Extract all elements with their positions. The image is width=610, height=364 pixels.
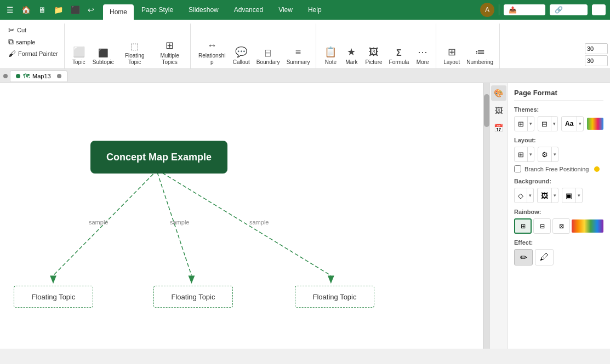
relationship-icon: ↔ bbox=[207, 40, 217, 51]
rainbow-btn-1[interactable]: ⊟ bbox=[533, 218, 551, 234]
panel-tab-calendar[interactable]: 📅 bbox=[491, 120, 506, 136]
formula-button[interactable]: Σ Formula bbox=[386, 47, 412, 67]
themes-grid-icon-2: ⊟ bbox=[538, 117, 551, 131]
publish-button[interactable]: 📤 Publish bbox=[504, 4, 545, 15]
bg-fill-btn[interactable]: ◇ ▾ bbox=[514, 188, 534, 203]
topic-icon: ⬜ bbox=[73, 46, 85, 58]
boundary-icon: ⌸ bbox=[265, 48, 271, 58]
relationship-button[interactable]: ↔ Relationship bbox=[195, 38, 229, 67]
callout-button[interactable]: 💬 Callout bbox=[230, 44, 253, 67]
layout-arrow-1: ▾ bbox=[528, 147, 534, 161]
font-size-input-2[interactable] bbox=[585, 55, 608, 66]
map-icon: 🗺 bbox=[23, 72, 30, 80]
share-icon: 🔗 bbox=[555, 6, 563, 14]
panel-tab-format[interactable]: 🎨 bbox=[491, 85, 506, 101]
format-painter-icon: 🖌 bbox=[8, 49, 16, 58]
floating-topic-3[interactable]: Floating Topic bbox=[295, 286, 374, 308]
doc-close-dot bbox=[57, 74, 61, 78]
layout-btn-2[interactable]: ⚙ ▾ bbox=[538, 147, 558, 162]
themes-font-icon: Aa bbox=[562, 117, 577, 131]
themes-grid-arrow-1: ▾ bbox=[528, 117, 534, 131]
effect-row: ✏ 🖊 bbox=[514, 249, 603, 265]
branch-free-positioning-checkbox[interactable] bbox=[514, 165, 521, 172]
folder-icon[interactable]: 📁 bbox=[52, 4, 65, 15]
note-icon: 📋 bbox=[324, 46, 337, 58]
picture-button[interactable]: 🖼 Picture bbox=[362, 45, 385, 67]
canvas[interactable]: Concept Map Example sample sample sample… bbox=[0, 83, 483, 349]
effect-btn-eraser[interactable]: 🖊 bbox=[535, 249, 554, 265]
font-size-input-1[interactable] bbox=[585, 43, 608, 54]
mark-icon: ★ bbox=[347, 46, 356, 58]
layout-icon: ⊞ bbox=[448, 46, 456, 58]
bg-color-arrow: ▾ bbox=[576, 188, 582, 203]
background-row: ◇ ▾ 🖼 ▾ ▣ ▾ bbox=[514, 188, 603, 203]
branch-free-positioning-indicator bbox=[594, 166, 600, 172]
ribbon-right bbox=[585, 43, 608, 68]
connection-lines bbox=[0, 83, 483, 349]
tab-advanced[interactable]: Advanced bbox=[226, 0, 271, 20]
doc-active-indicator bbox=[16, 74, 20, 78]
format-painter-button[interactable]: 🖌 Format Painter bbox=[5, 48, 61, 59]
main-area: Concept Map Example sample sample sample… bbox=[0, 83, 610, 349]
multiple-topics-button[interactable]: ⊞ Multiple Topics bbox=[153, 38, 187, 67]
scrollbar-thumb[interactable] bbox=[484, 94, 489, 127]
branch-free-positioning-label[interactable]: Branch Free Positioning bbox=[525, 166, 589, 172]
note-button[interactable]: 📋 Note bbox=[321, 44, 340, 67]
subtopic-button[interactable]: ⬛ Subtopic bbox=[90, 47, 117, 67]
summary-button[interactable]: ≡ Summary bbox=[284, 45, 313, 67]
rainbow-btn-0[interactable]: ⊞ bbox=[514, 218, 532, 234]
floating-topic-2[interactable]: Floating Topic bbox=[153, 286, 233, 308]
mark-button[interactable]: ★ Mark bbox=[341, 44, 361, 67]
bg-image-icon: 🖼 bbox=[538, 188, 552, 203]
svg-marker-5 bbox=[328, 275, 334, 284]
topic-button[interactable]: ⬜ Topic bbox=[69, 44, 89, 67]
layout-arrow-2: ▾ bbox=[552, 147, 558, 161]
font-size-box bbox=[585, 43, 608, 66]
bg-image-btn[interactable]: 🖼 ▾ bbox=[537, 188, 558, 203]
vertical-scrollbar[interactable] bbox=[483, 83, 489, 349]
menu-icon[interactable]: ☰ bbox=[4, 4, 16, 15]
ribbon-group-media: 📋 Note ★ Mark 🖼 Picture Σ Formula ⋯ More bbox=[317, 24, 436, 68]
copy-button[interactable]: ⧉ sample bbox=[5, 36, 38, 48]
ribbon: ✂ Cut ⧉ sample 🖌 Format Painter ⬜ Topic … bbox=[0, 20, 610, 69]
cut-button[interactable]: ✂ Cut bbox=[5, 25, 29, 36]
avatar[interactable]: A bbox=[480, 3, 494, 17]
themes-font-arrow: ▾ bbox=[577, 117, 583, 131]
floating-topic-icon: ⬚ bbox=[130, 41, 139, 51]
layout-button[interactable]: ⊞ Layout bbox=[441, 44, 463, 67]
sample-label-3: sample bbox=[249, 219, 269, 226]
panel-content: Page Format Themes: ⊞ ▾ ⊟ ▾ Aa ▾ bbox=[508, 83, 610, 349]
tab-slideshow[interactable]: Slideshow bbox=[181, 0, 226, 20]
home-icon[interactable]: 🏠 bbox=[19, 4, 33, 15]
numbering-button[interactable]: ≔ Numbering bbox=[464, 44, 496, 67]
themes-row: ⊞ ▾ ⊟ ▾ Aa ▾ bbox=[514, 116, 603, 131]
floating-topic-button[interactable]: ⬚ Floating Topic bbox=[118, 39, 152, 67]
boundary-button[interactable]: ⌸ Boundary bbox=[254, 47, 283, 67]
numbering-icon: ≔ bbox=[475, 46, 485, 58]
share-button[interactable]: 🔗 Share bbox=[550, 4, 588, 15]
themes-grid-btn-2[interactable]: ⊟ ▾ bbox=[538, 116, 558, 131]
screen-icon[interactable]: 🖥 bbox=[36, 4, 48, 15]
more-button[interactable]: ⋯ More bbox=[413, 44, 432, 67]
themes-grid-btn-1[interactable]: ⊞ ▾ bbox=[514, 116, 534, 131]
publish-icon: 📤 bbox=[509, 6, 517, 14]
undo-icon[interactable]: ↩ bbox=[85, 4, 96, 15]
layout-label: Layout: bbox=[514, 137, 603, 143]
doc-tab-map13[interactable]: 🗺 Map13 bbox=[10, 70, 67, 82]
tab-help[interactable]: Help bbox=[300, 0, 329, 20]
top-bar: ☰ 🏠 🖥 📁 ⬛ ↩ Home Page Style Slideshow Ad… bbox=[0, 0, 610, 20]
effect-btn-pencil[interactable]: ✏ bbox=[514, 249, 533, 265]
summary-icon: ≡ bbox=[295, 47, 301, 58]
tab-home[interactable]: Home bbox=[103, 4, 134, 20]
central-topic[interactable]: Concept Map Example bbox=[90, 141, 227, 174]
save-icon[interactable]: ⬛ bbox=[69, 4, 82, 15]
rainbow-btn-2[interactable]: ⊠ bbox=[552, 218, 570, 234]
bg-color-btn[interactable]: ▣ ▾ bbox=[562, 188, 583, 203]
help-button[interactable]: ? bbox=[592, 4, 606, 15]
floating-topic-1[interactable]: Floating Topic bbox=[14, 286, 93, 308]
panel-tab-image[interactable]: 🖼 bbox=[491, 103, 506, 118]
layout-btn-1[interactable]: ⊞ ▾ bbox=[514, 147, 534, 162]
tab-page-style[interactable]: Page Style bbox=[134, 0, 181, 20]
tab-view[interactable]: View bbox=[271, 0, 300, 20]
themes-font-btn[interactable]: Aa ▾ bbox=[561, 116, 584, 131]
